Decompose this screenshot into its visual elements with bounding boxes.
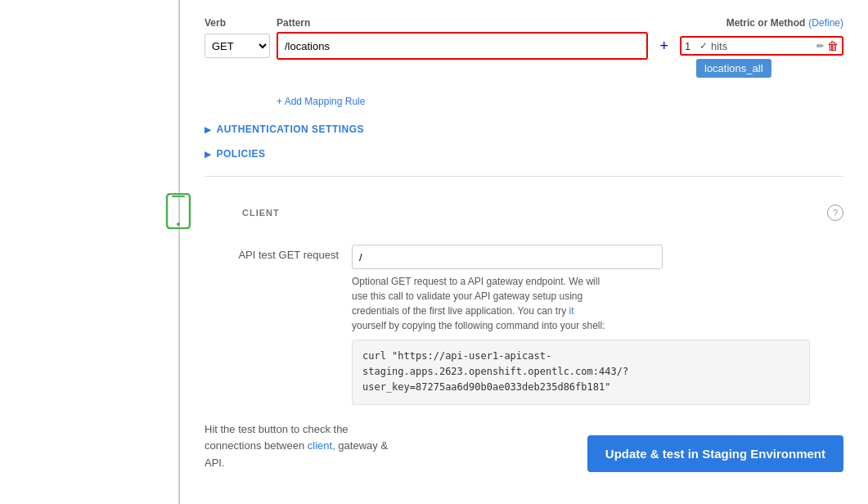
policies-arrow: ▶ xyxy=(205,150,212,159)
api-test-input-area: Optional GET request to a API gateway en… xyxy=(352,245,843,405)
api-test-input[interactable] xyxy=(352,245,663,269)
metric-edit-icon[interactable]: ✏ xyxy=(816,41,824,52)
client-section-label: CLIENT xyxy=(242,208,819,218)
policies-section: ▶ POLICIES xyxy=(205,148,843,160)
hint-text: Optional GET request to a API gateway en… xyxy=(352,274,663,333)
policies-header[interactable]: ▶ POLICIES xyxy=(205,148,843,160)
left-sidebar xyxy=(0,0,180,504)
page-container: Verb Pattern Metric or Method (Define) G… xyxy=(0,0,868,504)
api-test-row: API test GET request Optional GET reques… xyxy=(205,245,843,405)
metric-input-row: 1 ✓ hits ✏ 🗑 xyxy=(680,36,843,56)
code-block: curl "https://api-user1-apicast- staging… xyxy=(352,340,810,405)
spacer xyxy=(700,16,720,29)
plus-button[interactable]: + xyxy=(654,38,673,53)
headers-area: Verb Pattern Metric or Method (Define) xyxy=(205,16,843,29)
verb-select[interactable]: GET POST PUT DELETE PATCH xyxy=(205,34,270,58)
metric-delete-icon[interactable]: 🗑 xyxy=(827,39,839,52)
bottom-section: Hit the test button to check the connect… xyxy=(205,421,843,472)
client-header-row: CLIENT ? xyxy=(205,193,843,232)
metric-check: ✓ xyxy=(699,40,708,52)
verb-col-header: Verb xyxy=(205,16,270,29)
add-mapping-rule-link[interactable]: Add Mapping Rule xyxy=(277,96,365,107)
help-icon[interactable]: ? xyxy=(827,205,843,221)
main-content: Verb Pattern Metric or Method (Define) G… xyxy=(180,0,868,504)
autocomplete-dropdown[interactable]: locations_all xyxy=(696,59,771,78)
bottom-text: Hit the test button to check the connect… xyxy=(205,421,388,472)
metric-col-header: Metric or Method (Define) xyxy=(726,16,843,29)
api-test-label: API test GET request xyxy=(205,245,352,261)
metric-area: 1 ✓ hits ✏ 🗑 locations_all xyxy=(680,36,843,56)
mapping-section: Verb Pattern Metric or Method (Define) G… xyxy=(205,16,843,107)
svg-rect-1 xyxy=(172,196,185,197)
client-section: CLIENT ? API test GET request Optional G… xyxy=(205,193,843,405)
metric-hits: hits xyxy=(711,40,813,52)
it-link[interactable]: it xyxy=(569,305,574,317)
pattern-col-header: Pattern xyxy=(277,16,694,29)
policies-label: POLICIES xyxy=(217,148,266,160)
pattern-input-wrapper xyxy=(277,32,648,60)
auth-settings-header[interactable]: ▶ AUTHENTICATION SETTINGS xyxy=(205,124,843,135)
svg-point-2 xyxy=(177,223,180,226)
auth-settings-label: AUTHENTICATION SETTINGS xyxy=(217,124,365,135)
pattern-input[interactable] xyxy=(278,34,646,58)
client-link[interactable]: client xyxy=(308,439,332,452)
auth-settings-section: ▶ AUTHENTICATION SETTINGS xyxy=(205,124,843,135)
metric-number: 1 xyxy=(685,40,696,52)
phone-icon xyxy=(164,193,193,232)
mapping-row: GET POST PUT DELETE PATCH + 1 ✓ xyxy=(205,32,843,60)
auth-settings-arrow: ▶ xyxy=(205,125,212,134)
update-staging-button[interactable]: Update & test in Staging Environment xyxy=(587,435,843,472)
define-link[interactable]: (Define) xyxy=(808,17,843,29)
section-divider xyxy=(205,176,843,177)
